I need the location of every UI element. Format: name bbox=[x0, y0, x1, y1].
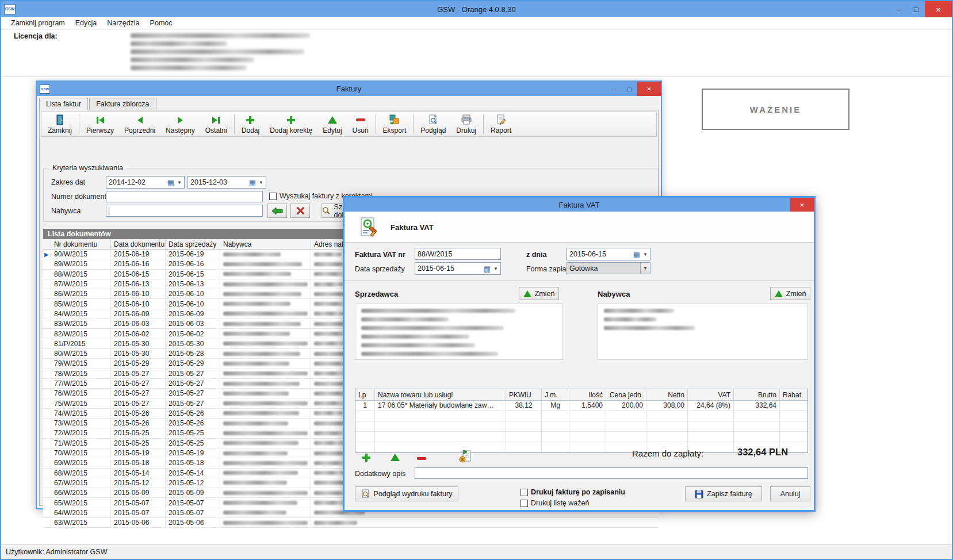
sale-date-picker[interactable]: 2015-06-15 ▦ ▼ bbox=[415, 262, 501, 275]
cell: 2015-05-25 bbox=[166, 439, 220, 448]
cancel-button[interactable]: Anuluj bbox=[770, 486, 810, 501]
buyer-cell-redacted bbox=[220, 508, 311, 517]
usun-button[interactable]: Usuń bbox=[347, 113, 374, 136]
description-input[interactable] bbox=[415, 467, 808, 479]
menu-item-narzedzia[interactable]: Narzędzia bbox=[102, 18, 144, 28]
cell: 81/P/2015 bbox=[51, 339, 111, 348]
poprzedni-button[interactable]: Poprzedni bbox=[119, 113, 160, 136]
invoice-header-title: Faktura VAT bbox=[391, 223, 434, 232]
clear-back-button[interactable] bbox=[267, 204, 287, 218]
pierwszy-button[interactable]: Pierwszy bbox=[81, 113, 119, 136]
cell: 2015-05-29 bbox=[111, 359, 166, 368]
buyer-cell-redacted bbox=[220, 289, 311, 298]
dodaj-korekte-button[interactable]: Dodaj korektę bbox=[265, 113, 317, 136]
empty-cell bbox=[375, 442, 506, 452]
column-header-data-sprzedazy[interactable]: Data sprzedaży bbox=[166, 239, 220, 249]
cell: 2015-05-26 bbox=[111, 419, 166, 428]
faktury-maximize-button[interactable]: □ bbox=[622, 82, 637, 96]
dodaj-korekte-label: Dodaj korektę bbox=[270, 126, 312, 135]
print-after-save-checkbox[interactable] bbox=[520, 489, 528, 496]
row-marker-cell bbox=[43, 478, 51, 488]
drukuj-button[interactable]: Drukuj bbox=[451, 113, 481, 136]
date-from-picker[interactable]: 2014-12-02 ▦ ▼ bbox=[106, 176, 185, 189]
ostatni-button[interactable]: Ostatni bbox=[200, 113, 232, 136]
menu-item-edycja[interactable]: Edycja bbox=[70, 18, 102, 28]
add-item-button[interactable] bbox=[362, 453, 371, 462]
eksport-button[interactable]: Eksport bbox=[378, 113, 412, 136]
raport-button[interactable]: Raport bbox=[485, 113, 516, 136]
invoice-item-row[interactable]: 117 06 05* Materiały budowlane zaw…38.12… bbox=[355, 401, 807, 411]
cell: 2015-05-27 bbox=[166, 369, 220, 378]
preview-magnifier-icon bbox=[361, 489, 370, 498]
item-cell: 17 06 05* Materiały budowlane zaw… bbox=[375, 401, 506, 411]
chevron-down-icon[interactable]: ▼ bbox=[643, 252, 648, 257]
item-price-export-icon[interactable]: $ bbox=[458, 450, 472, 463]
nastepny-button[interactable]: Następny bbox=[160, 113, 200, 136]
chevron-down-icon[interactable]: ▼ bbox=[259, 180, 263, 185]
column-header-nr-dokumentu[interactable]: Nr dokumentu bbox=[51, 239, 111, 249]
date-to-picker[interactable]: 2015-12-03 ▦ ▼ bbox=[187, 176, 266, 189]
faktury-minimize-button[interactable]: – bbox=[606, 82, 622, 96]
cell: 2015-06-15 bbox=[111, 270, 166, 279]
wazenie-button[interactable]: WAŻENIE bbox=[702, 89, 849, 130]
menu-item-pomoc[interactable]: Pomoc bbox=[145, 18, 178, 28]
invoice-date-picker[interactable]: 2015-06-15 ▦ ▼ bbox=[567, 248, 650, 260]
plus-icon bbox=[286, 114, 296, 125]
row-marker-cell bbox=[43, 309, 51, 319]
invoice-document-icon bbox=[357, 216, 379, 238]
tab-lista-faktur[interactable]: Lista faktur bbox=[39, 98, 88, 110]
invoice-close-button[interactable]: × bbox=[790, 198, 814, 212]
edytuj-label: Edytuj bbox=[323, 126, 342, 135]
item-cell bbox=[780, 401, 807, 411]
change-seller-button[interactable]: Zmień bbox=[519, 287, 559, 300]
license-label: Licencja dla: bbox=[14, 32, 58, 40]
maximize-button[interactable]: □ bbox=[908, 1, 925, 17]
cell: 2015-05-07 bbox=[166, 508, 220, 517]
edit-triangle-icon bbox=[328, 114, 337, 125]
cell: 2015-05-26 bbox=[111, 409, 166, 418]
cell: 2015-05-06 bbox=[166, 518, 220, 527]
buyer-cell-redacted bbox=[220, 349, 311, 358]
clear-filter-button[interactable] bbox=[290, 204, 310, 218]
podglad-button[interactable]: Podgląd bbox=[415, 113, 451, 136]
item-cell: 308,00 bbox=[646, 401, 688, 411]
doc-number-input[interactable] bbox=[106, 191, 263, 202]
invoice-number-input[interactable]: 88/W/2015 bbox=[415, 248, 501, 260]
buyer-cell-redacted bbox=[220, 250, 311, 259]
print-weighings-checkbox[interactable] bbox=[520, 500, 528, 507]
cell: 2015-05-27 bbox=[111, 379, 166, 388]
zamknij-button[interactable]: Zamknij bbox=[43, 113, 77, 136]
buyer-search-input[interactable] bbox=[106, 205, 263, 217]
total-due-value: 332,64 PLN bbox=[737, 447, 788, 458]
dodaj-button[interactable]: Dodaj bbox=[236, 113, 265, 136]
tab-faktura-zbiorcza[interactable]: Faktura zbiorcza bbox=[89, 98, 156, 110]
payment-form-select[interactable]: Gotówka ▼ bbox=[567, 262, 650, 274]
items-column-header-pkwiu: PKWiU bbox=[506, 389, 542, 400]
change-buyer-button[interactable]: Zmień bbox=[770, 287, 810, 300]
invoice-dialog-titlebar: Faktura VAT × bbox=[345, 198, 814, 212]
remove-item-button[interactable] bbox=[417, 457, 426, 460]
corrections-checkbox[interactable] bbox=[269, 193, 277, 200]
column-header-nabywca[interactable]: Nabywca bbox=[220, 239, 311, 249]
close-button[interactable]: × bbox=[925, 1, 952, 17]
buyer-cell-redacted bbox=[220, 359, 311, 368]
edit-item-button[interactable] bbox=[391, 454, 400, 461]
buyer-cell-redacted bbox=[220, 518, 311, 527]
table-row[interactable]: 63/W/20152015-05-062015-05-06 bbox=[43, 518, 659, 528]
chevron-down-icon[interactable]: ▼ bbox=[640, 263, 650, 274]
column-header-data-dokumentu[interactable]: Data dokumentu bbox=[111, 239, 166, 249]
total-due-label: Razem do zapłaty: bbox=[632, 448, 703, 458]
minimize-button[interactable]: – bbox=[890, 1, 908, 17]
menu-item-zamknij-program[interactable]: Zamknij program bbox=[6, 18, 70, 28]
item-cell: 1,5400 bbox=[569, 401, 606, 411]
print-preview-button[interactable]: Podgląd wydruku faktury bbox=[355, 486, 458, 501]
cell: 89/W/2015 bbox=[51, 259, 111, 269]
faktury-close-button[interactable]: × bbox=[637, 82, 661, 96]
cell: 2015-05-26 bbox=[166, 419, 220, 428]
save-invoice-button[interactable]: Zapisz fakturę bbox=[685, 486, 762, 501]
chevron-down-icon[interactable]: ▼ bbox=[177, 180, 182, 185]
chevron-down-icon[interactable]: ▼ bbox=[493, 266, 498, 271]
edytuj-button[interactable]: Edytuj bbox=[317, 113, 347, 136]
row-marker-cell bbox=[43, 319, 51, 328]
empty-cell bbox=[355, 442, 375, 452]
